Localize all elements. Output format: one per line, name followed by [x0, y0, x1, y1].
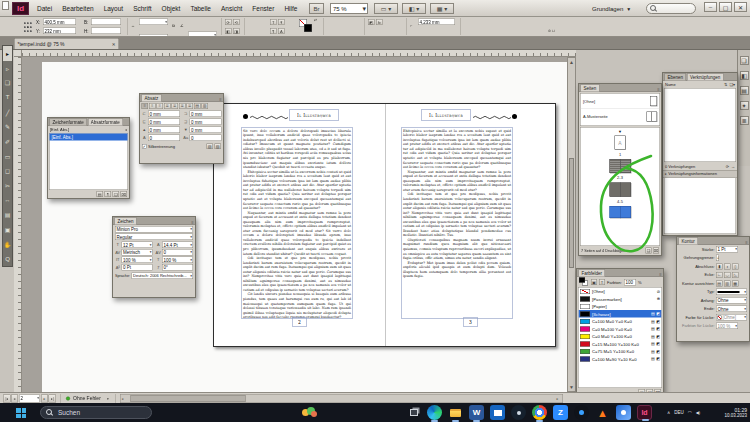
font-style-select[interactable]: Regular	[115, 234, 193, 241]
text-frame-right[interactable]: Ehitopisica soctur similla et la excorem…	[401, 127, 513, 319]
previous-page-button[interactable]: ◂	[11, 395, 18, 403]
vertical-scale-field[interactable]: 100 %	[122, 257, 153, 264]
join-bevel-button[interactable]: ◺	[732, 272, 739, 278]
space-after-field[interactable]: 0 mm	[190, 127, 222, 134]
swatch-row[interactable]: C=100 M=0 Y=0 K=0▤◩	[579, 318, 662, 326]
hyphenate-checkbox[interactable]: ✓	[142, 144, 147, 149]
horizontal-scroll-thumb[interactable]	[131, 395, 246, 402]
preflight-menu-icon[interactable]: ▾	[107, 397, 109, 401]
vertical-scroll-thumb[interactable]	[569, 158, 574, 268]
menu-tabelle[interactable]: Tabelle	[185, 0, 216, 17]
zoom-tool[interactable]: Q	[2, 251, 13, 266]
note-tool[interactable]: ▣	[2, 222, 13, 237]
tab-seiten[interactable]: Seiten	[581, 85, 600, 92]
tray-chevron-icon[interactable]: ∧	[667, 410, 670, 415]
font-family-select[interactable]: Minion Pro	[115, 226, 193, 233]
scroll-left-icon[interactable]: ◂	[122, 397, 124, 401]
master-item-none[interactable]: [Ohne]	[581, 94, 660, 109]
clear-overrides-button[interactable]: ¶	[105, 191, 112, 197]
master-item-a[interactable]: A-Musterseite	[581, 109, 660, 124]
preflight-status-text[interactable]: Ohne Fehler	[73, 396, 101, 402]
y-field[interactable]: 232 mm	[43, 28, 76, 35]
chrome-icon[interactable]	[532, 405, 547, 420]
media-player-icon[interactable]	[574, 405, 589, 420]
vertical-scrollbar[interactable]: ▲ ▼	[567, 57, 576, 392]
style-item-einf-abs[interactable]: [Einf. Abs.]	[50, 134, 128, 141]
tracking-field[interactable]: 0	[162, 249, 193, 256]
justify-last-center-button[interactable]: ≣	[172, 103, 179, 109]
fill-stroke-proxy[interactable]	[579, 278, 589, 287]
scroll-up-icon[interactable]: ▲	[569, 59, 574, 65]
text-format-button[interactable]: T	[599, 279, 605, 285]
panel-menu-icon[interactable]: ≡	[657, 87, 659, 92]
minimize-button[interactable]: –	[704, 2, 717, 12]
view-options-button[interactable]: ▭▾	[374, 3, 398, 14]
tab-kontur[interactable]: Kontur	[679, 238, 698, 245]
cap-butt-button[interactable]: ▮	[716, 263, 723, 269]
zoom-icon[interactable]: Z	[553, 405, 568, 420]
first-line-indent-field[interactable]: 0 mm	[148, 119, 180, 126]
expand-section-icon[interactable]: ▸	[665, 172, 667, 176]
stroke-weight-field[interactable]: 1 Pt	[716, 246, 738, 253]
widgets-icon[interactable]	[302, 407, 318, 419]
page-number-select[interactable]: 2	[19, 395, 40, 403]
delete-style-button[interactable]: ⌧	[121, 191, 128, 197]
character-rotate-icon[interactable]: Ŧ	[278, 19, 285, 25]
steam-icon[interactable]	[511, 405, 526, 420]
relink-icon[interactable]: ⟳	[726, 164, 729, 169]
language-select[interactable]: Deutsch: 2006 Rechtschreib...	[132, 273, 193, 280]
dock-panel-icon[interactable]: ✦	[740, 101, 749, 110]
swatch-row[interactable]: C=0 M=100 Y=0 K=0▤◩	[579, 325, 662, 333]
workspace-switcher[interactable]: Grundlagen▼	[592, 0, 631, 17]
x-field[interactable]: 400,5 mm	[43, 19, 76, 26]
pen-tool[interactable]: ✎	[2, 119, 13, 134]
menu-datei[interactable]: Datei	[32, 0, 57, 17]
effects-button[interactable]: fx	[376, 19, 383, 25]
first-page-button[interactable]: |◂	[3, 395, 11, 403]
tab-absatzformate[interactable]: Absatzformate	[88, 119, 123, 126]
cap-projecting-button[interactable]: ▯	[732, 263, 739, 269]
next-page-button[interactable]: ▸	[41, 395, 48, 403]
scissors-tool[interactable]: ✂	[2, 178, 13, 193]
menu-schrift[interactable]: Schrift	[128, 0, 156, 17]
tab-absatz[interactable]: Absatz	[142, 95, 162, 102]
tray-language[interactable]: DEU	[674, 410, 684, 415]
last-line-indent-field[interactable]: 0 mm	[190, 119, 222, 126]
width-field[interactable]	[91, 19, 121, 26]
rotate-cw-button[interactable]: ⟳	[225, 19, 232, 25]
page-tool[interactable]: ❏	[2, 75, 13, 90]
vertical-ruler[interactable]	[14, 57, 22, 392]
align-outside-button[interactable]: ▦	[732, 280, 739, 286]
arrange-documents-button[interactable]: ▦▾	[430, 3, 454, 14]
line-tool[interactable]: ╱	[2, 105, 13, 120]
constrain-link-icon[interactable]: ⧉	[172, 23, 175, 28]
dock-panel-icon[interactable]: ❏	[740, 56, 749, 65]
cap-round-button[interactable]: ◗	[724, 263, 731, 269]
miter-limit-field[interactable]: 4	[716, 255, 719, 262]
flip-vertical-button[interactable]: ◨	[233, 28, 240, 34]
indesign-taskbar-icon[interactable]: Id	[637, 405, 652, 420]
dock-panel-icon[interactable]: ▤	[740, 86, 749, 95]
type-tool[interactable]: T	[2, 90, 13, 105]
left-indent-field[interactable]: 0 mm	[148, 111, 180, 118]
new-style-button[interactable]: ❏	[113, 191, 120, 197]
space-before-field[interactable]: 0 mm	[148, 127, 180, 134]
panel-menu-icon[interactable]: ≡	[745, 240, 747, 245]
stroke-start-select[interactable]: Ohne	[716, 297, 747, 304]
height-field[interactable]	[91, 28, 121, 35]
border-button[interactable]: ▨	[215, 143, 222, 149]
justify-last-right-button[interactable]: ≣	[179, 103, 186, 109]
flip-horizontal-button[interactable]: ◧	[225, 28, 232, 34]
menu-layout[interactable]: Layout	[99, 0, 129, 17]
tab-close-icon[interactable]: ✕	[112, 42, 116, 47]
page-spread[interactable]: Il Illustbqwcr Sit vero dolo occum a dol…	[213, 103, 556, 347]
join-miter-button[interactable]: ∟	[716, 272, 723, 278]
justify-all-button[interactable]: ≣	[187, 103, 194, 109]
stroke-color-chip[interactable]	[304, 24, 312, 32]
sort-icon[interactable]: ⇅	[724, 82, 727, 87]
gradient-tool[interactable]: ▤	[2, 207, 13, 222]
tab-verknuepfungen[interactable]: Verknüpfungen	[687, 74, 723, 81]
close-button[interactable]: ✕	[734, 2, 747, 12]
hand-tool[interactable]: ✋	[2, 237, 13, 252]
panel-menu-icon[interactable]: ≡	[191, 220, 193, 225]
